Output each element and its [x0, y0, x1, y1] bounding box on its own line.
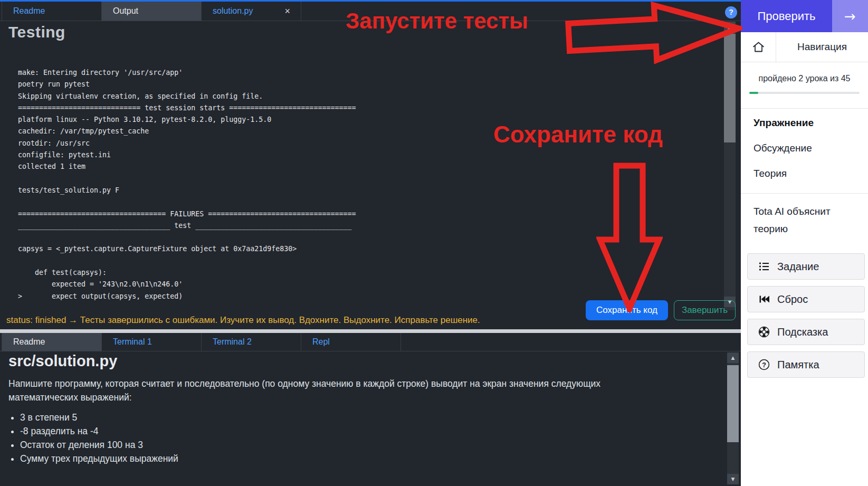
run-tests-annotation: Запустите тесты: [346, 8, 528, 34]
close-icon[interactable]: ×: [283, 6, 291, 16]
progress-text: пройдено 2 урока из 45: [741, 74, 868, 83]
terminal-line: platform linux -- Python 3.10.12, pytest…: [18, 114, 356, 126]
terminal-line: [18, 232, 356, 243]
finish-button[interactable]: Завершить: [674, 300, 736, 320]
home-button[interactable]: [741, 32, 776, 62]
tab-output[interactable]: Output: [101, 2, 202, 21]
tab-repl[interactable]: Repl: [301, 333, 401, 351]
terminal-line: Skipping virtualenv creation, as specifi…: [18, 91, 356, 102]
lifebuoy-icon: [758, 326, 770, 338]
tab-label: Terminal 2: [213, 337, 252, 347]
arrow-right-icon: →: [844, 8, 856, 24]
rewind-icon: [758, 293, 770, 305]
sidebar-item-exercise[interactable]: Упражнение: [753, 117, 814, 129]
app-window: Readme Output solution.py × Testing make…: [0, 0, 868, 486]
tab-terminal-2[interactable]: Terminal 2: [201, 333, 301, 351]
terminal-line: ============================= test sessi…: [18, 102, 356, 114]
terminal-line: =================================== FAIL…: [18, 208, 356, 220]
check-row: Проверить →: [741, 0, 868, 32]
divider: [741, 193, 868, 194]
task-bullet: Остаток от деления 100 на 3: [20, 438, 178, 452]
progress-bar: [749, 92, 860, 94]
terminal-line: capsys = <_pytest.capture.CaptureFixture…: [18, 243, 356, 255]
terminal-line: poetry run pytest: [18, 79, 356, 90]
terminal-line: def test(capsys):: [18, 267, 356, 279]
scroll-up-icon[interactable]: ▲: [727, 352, 739, 363]
top-pane-scrollbar[interactable]: ▲ ▼: [724, 22, 736, 310]
question-icon: ?: [758, 359, 770, 370]
sidebar-item-discussion[interactable]: Обсуждение: [753, 142, 812, 154]
file-heading: src/solution.py: [8, 352, 117, 370]
hint-button[interactable]: Подсказка: [747, 319, 865, 345]
save-code-arrow-annotation: [596, 163, 663, 312]
status-text: status: finished → Тесты завершились с о…: [6, 315, 480, 326]
task-bullet: -8 разделить на -4: [20, 424, 178, 438]
tab-label: solution.py: [213, 6, 253, 16]
bottom-pane-scrollbar[interactable]: ▲ ▼: [727, 352, 739, 484]
tab-label: Readme: [13, 337, 45, 347]
run-tests-arrow-annotation: [564, 0, 744, 71]
list-icon: [758, 261, 770, 272]
reset-button[interactable]: Сброс: [747, 286, 865, 312]
tab-label: Repl: [312, 337, 330, 347]
terminal-line: [18, 255, 356, 267]
tab-solution-py[interactable]: solution.py ×: [201, 2, 301, 21]
task-button-label: Задание: [777, 261, 819, 273]
tab-label: Terminal 1: [113, 337, 152, 347]
sidebar: Проверить → Навигация пройдено 2 урока и…: [741, 0, 868, 486]
terminal-line: configfile: pytest.ini: [18, 149, 356, 161]
navigation-row: Навигация: [741, 32, 868, 62]
save-code-annotation: Сохраните код: [493, 121, 663, 148]
tab-readme[interactable]: Readme: [2, 2, 102, 21]
tab-readme-bottom[interactable]: Readme: [2, 333, 102, 351]
task-description: Напишите программу, которая считает и по…: [8, 377, 668, 404]
next-arrow-button[interactable]: →: [832, 0, 868, 32]
check-button[interactable]: Проверить: [741, 0, 832, 32]
task-bullet: 3 в степени 5: [20, 411, 178, 424]
task-bullet: Сумму трех предыдущих выражений: [20, 452, 178, 465]
progress-fill: [749, 92, 758, 94]
pane-divider[interactable]: [0, 329, 741, 333]
hint-button-label: Подсказка: [777, 326, 828, 338]
task-bullet-list: 3 в степени 5 -8 разделить на -4 Остаток…: [8, 411, 178, 465]
output-heading: Testing: [8, 23, 65, 41]
svg-text:?: ?: [762, 361, 766, 369]
navigation-button[interactable]: Навигация: [776, 32, 868, 62]
task-button[interactable]: Задание: [747, 253, 865, 280]
tab-terminal-1[interactable]: Terminal 1: [101, 333, 202, 351]
bottom-tab-bar: Readme Terminal 1 Terminal 2 Repl: [0, 333, 741, 351]
home-icon: [751, 40, 766, 54]
sidebar-item-theory[interactable]: Теория: [753, 168, 787, 179]
divider: [741, 108, 868, 109]
terminal-line: expected = '243\n2.0\n1\n246.0': [18, 279, 356, 290]
terminal-output: make: Entering directory '/usr/src/app' …: [18, 67, 356, 302]
memo-button-label: Памятка: [777, 359, 819, 371]
terminal-line: rootdir: /usr/src: [18, 138, 356, 149]
ai-explain-link[interactable]: Tota AI объяснит теорию: [753, 203, 846, 237]
terminal-line: tests/test_solution.py F: [18, 185, 356, 196]
terminal-line: > expect output(capsys, expected): [18, 291, 356, 302]
terminal-line: make: Entering directory '/usr/src/app': [18, 67, 356, 79]
tab-label: Output: [113, 6, 138, 16]
memo-button[interactable]: ? Памятка: [747, 351, 865, 378]
terminal-line: cachedir: /var/tmp/pytest_cache: [18, 126, 356, 137]
reset-button-label: Сброс: [777, 293, 808, 306]
terminal-line: [18, 196, 356, 208]
terminal-line: ____________________________________ tes…: [18, 220, 356, 232]
terminal-line: [18, 173, 356, 185]
terminal-line: collected 1 item: [18, 161, 356, 173]
scrollbar-thumb[interactable]: [727, 365, 739, 442]
scroll-down-icon[interactable]: ▼: [727, 474, 739, 484]
tab-label: Readme: [13, 6, 45, 16]
